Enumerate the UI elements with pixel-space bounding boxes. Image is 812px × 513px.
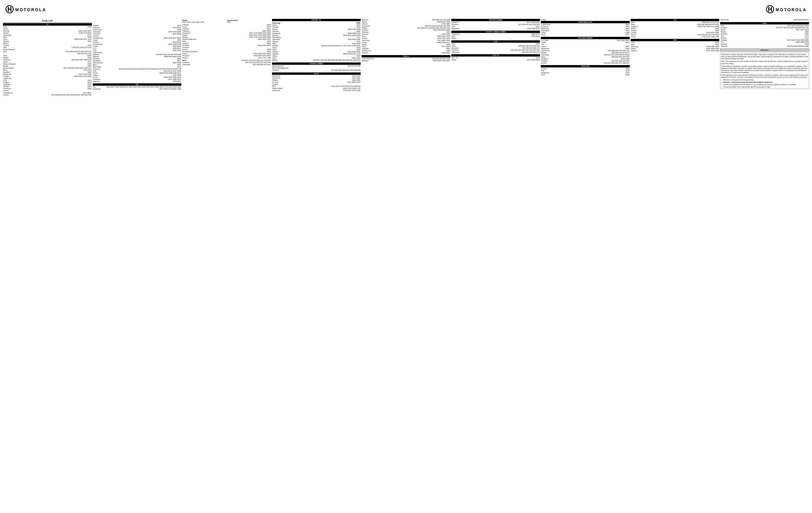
tv-gateway: Gateway 0053 0046 xyxy=(93,80,182,82)
brand-viking: Viking xyxy=(272,55,277,57)
brand-humax: Humax xyxy=(541,68,547,69)
brand-norcent: Norcent xyxy=(362,19,368,21)
code-samsung-digital: 0085 xyxy=(356,22,360,24)
brand-aiko: Aiko xyxy=(3,36,7,38)
code-emerson: 0049 0031 0180 0053 0147 0030 0023 0024 … xyxy=(119,68,181,70)
tv-prima: Prima 0059 xyxy=(182,49,271,50)
brand-esa: ESA xyxy=(93,70,96,72)
code-tatung-s: 1383 xyxy=(805,31,809,33)
tv-amtron: Amtron 0053 xyxy=(3,45,92,46)
combo-white-westinghouse: White Westinghouse xyxy=(272,67,361,69)
code-elitevideo: 0197 xyxy=(177,66,181,68)
dvd-apex: Apex 0386 0390 0398 0445 0487 0487 xyxy=(451,45,540,47)
code-daytron: 0038 0043 0004 0009 xyxy=(164,56,181,57)
brand-apex-cd: Apex xyxy=(631,24,635,25)
code-totetv: 0153 xyxy=(356,47,360,49)
sony-yamaha: Yamaha 0840 0841 0846 0380 0381 0382 xyxy=(720,45,809,47)
brand-sony-pdvd: Sony xyxy=(541,34,545,36)
brand-princes: Princeton Graphics xyxy=(182,51,198,52)
code-gateway: 0053 0046 xyxy=(173,80,181,82)
brand-thomas: Thomas xyxy=(720,37,727,39)
brand-philips-rec: Philips xyxy=(541,52,546,54)
brand-prima: Prima xyxy=(182,49,187,50)
code-electrohome: 0004 0009 xyxy=(173,62,181,64)
tv-panasonic: Panasonic 0121 0170 0054 0031 0095 xyxy=(182,32,271,34)
brand-bradford: Bradford xyxy=(3,71,10,73)
code-sharp-pdvd: 0268 xyxy=(626,32,630,34)
code-viewsonic-dvd: 1144 1019 0074 1016 1144 xyxy=(522,51,540,53)
digital-symphonic: Symphonic 0399 xyxy=(361,50,451,52)
brand-trio: Trio xyxy=(720,41,723,43)
code-citizen: 0004 0009 0053 0105 0109 0189 0135 0001 … xyxy=(51,94,91,96)
tv-rca2: Realistic 0102 0104 0104 0125 0179 0187 … xyxy=(182,61,271,63)
code-olevia: 0388 0422 0955 xyxy=(437,21,450,23)
cd-header: CD xyxy=(631,19,720,21)
brand-admiral: Admiral xyxy=(3,30,9,32)
code-westinghouse: 0143 0114 0138 xyxy=(348,65,360,67)
tv-alleron: Alleron xyxy=(3,42,92,44)
brand-sylvania-dig: Sylvania xyxy=(362,48,369,50)
brand-belcor: Belcor xyxy=(3,65,8,67)
digital-toshiba3: Toshiba 0394 0924 xyxy=(361,52,451,54)
pdvd-sony: Sony 0227 xyxy=(541,34,630,36)
tv-aspect: Aspect 0059 xyxy=(3,57,92,59)
brand-rca: RCA xyxy=(182,59,186,61)
brand-contec: Contec xyxy=(93,35,98,37)
dvddvr-humax: Humax 0912 xyxy=(541,68,630,69)
tv-onking: Onking 0042 xyxy=(182,24,271,26)
brand-changhong: Changhong xyxy=(3,92,12,94)
digital-sharp: Sharp 0985 xyxy=(361,44,451,45)
digital-vidtech: Vidtech 0004 0005 0009 xyxy=(272,51,361,53)
code-craig: 0043 xyxy=(177,39,181,41)
tv-cedera: Cedera 0214 xyxy=(3,82,92,83)
sony-tandy: Tandy 0227 0227 0268 xyxy=(720,29,809,31)
digital-olevia: Olevia 0388 0422 0955 xyxy=(361,21,451,23)
sony-vector: Venturer 0449 xyxy=(720,43,809,45)
code-samuel: 0449 0395 0394 xyxy=(706,50,719,52)
code-belcor: 0004 xyxy=(87,65,91,67)
tv-daewoo: Daewoo 0130 0004 0139 0444 0844 0009 006… xyxy=(93,54,182,55)
unbranded-block: Uncommand 0054 xyxy=(227,20,271,23)
pdvd-magnavox: Magnavox 0890 xyxy=(541,28,630,29)
tv-aoc: AOC 0004 0009 1009 0014 0156 0175 0187 xyxy=(3,51,92,52)
code-akai-vcr: 0327 xyxy=(715,44,719,45)
tv-citizen: Citizen 0004 0009 0053 0105 0109 0189 01… xyxy=(3,94,92,96)
brand-panasonic-h: Panasonic xyxy=(272,77,281,79)
code-concerto: 0004 0009 xyxy=(173,33,181,35)
brand-cyberhome-pdvd: Cyberhome xyxy=(541,24,550,25)
brand-sharp-lcd: Sharp xyxy=(452,59,456,61)
code-rca-h: 0100 0102 0125 0170 0190 0101 0199 0003 xyxy=(331,85,361,87)
tvvcrt-rca: RCA 1053 0245 xyxy=(451,35,540,37)
brand-telecaption: Telecaption xyxy=(272,36,281,38)
code-yamaha-combo: 0170 0004 0005 0009 0265 0246 0099 0256 xyxy=(331,69,361,71)
code-philips: 0081 1149 1154 0003 0008 xyxy=(249,36,270,38)
code-panasonic-dvr: 1072 xyxy=(626,72,630,74)
code-pioneer-h: 0121 0001 0044 xyxy=(348,81,360,83)
dvd-dvr-header: DVD-DVR xyxy=(541,65,630,67)
code-daewoo: 0130 0004 0139 0444 0844 0009 0065 xyxy=(156,54,181,55)
code-aiwa-dvd: 0414 xyxy=(536,43,540,45)
brand-quasar-h: Quasar xyxy=(272,83,278,85)
brand-mitsubishi-h: Mitsubishi xyxy=(272,75,280,77)
tv-emerson: Emerson 0049 0031 0180 0053 0147 0030 00… xyxy=(93,68,182,70)
brand-countezcony: Contez/Cony xyxy=(93,37,103,39)
brand-wards: Wards xyxy=(272,59,277,61)
brand-viewsonic-dvd: Viewsonic xyxy=(452,51,460,53)
dvdrec-toshiba: Toshiba 0153 0040 0038 0378 0079 xyxy=(541,60,630,62)
code-list-label: Code List xyxy=(3,19,92,23)
brand-telerental: Telerental xyxy=(272,38,280,40)
tv-bradford: Bradford 0053 xyxy=(3,71,92,73)
column-7: Fisher PORTABLE DVD Cyberhome 0984 Emers… xyxy=(541,19,630,96)
code-bose-cd: 0636 xyxy=(715,28,719,29)
tv-admiral: Admiral 0020 0226 0001 xyxy=(3,30,92,32)
brand-proton2: Proton xyxy=(182,57,188,59)
code-elkra: 0001 xyxy=(177,64,181,66)
sony-thomas: Thomas 1071 xyxy=(720,37,809,39)
code-broksonic: 0147 0176 0185 xyxy=(79,73,91,75)
tv-audiovox: Audiovox 0053 3019 3197 1868 0204 xyxy=(3,59,92,61)
code-humax: 0912 xyxy=(626,68,630,69)
code-abex: 0185 xyxy=(87,26,91,28)
cd-fisher: Fisher 2162 1347 2198 1364 xyxy=(631,36,720,38)
main-grid: Code List TV Abex 0185 Acme Admiral 0020… xyxy=(3,19,809,96)
tv-futaretec: Futaretec 0227 6456 0042 xyxy=(93,78,182,80)
